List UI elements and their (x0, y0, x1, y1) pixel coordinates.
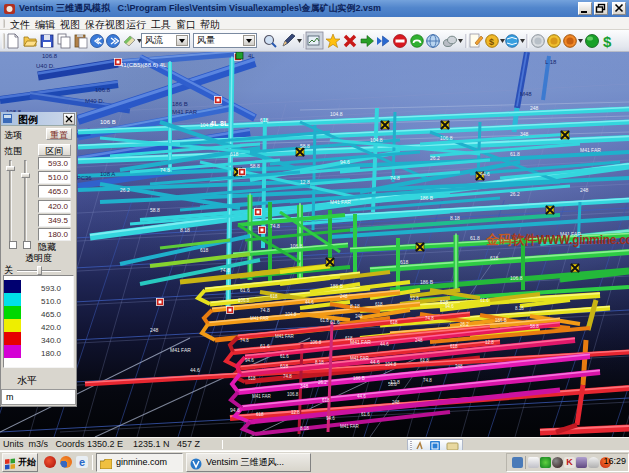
svg-text:M41 FAR: M41 FAR (172, 109, 198, 115)
svg-text:618: 618 (270, 294, 278, 299)
svg-text:44.6: 44.6 (370, 359, 380, 365)
svg-text:106.8: 106.8 (290, 243, 303, 249)
svg-text:M41 FAR: M41 FAR (330, 199, 351, 205)
svg-text:61.6: 61.6 (240, 287, 250, 293)
svg-text:M41 FAR: M41 FAR (250, 316, 270, 321)
svg-text:74.8: 74.8 (160, 167, 170, 173)
svg-text:94.6: 94.6 (340, 159, 350, 165)
svg-text:M41 FAR: M41 FAR (275, 334, 295, 339)
svg-text:186 B: 186 B (330, 283, 344, 289)
svg-text:58.8: 58.8 (300, 143, 310, 149)
svg-text:348: 348 (520, 131, 529, 137)
svg-text:12.8: 12.8 (485, 340, 494, 345)
svg-text:44.6: 44.6 (190, 367, 200, 373)
svg-text:M41 FAR: M41 FAR (340, 424, 360, 429)
svg-text:金码软件WWW.ginmine.com: 金码软件WWW.ginmine.com (485, 232, 629, 247)
svg-text:8.18: 8.18 (350, 303, 360, 309)
svg-text:61.6: 61.6 (280, 354, 289, 359)
svg-text:26.2: 26.2 (510, 191, 520, 197)
svg-text:74.8: 74.8 (283, 374, 292, 379)
svg-text:94.6: 94.6 (245, 358, 254, 363)
svg-text:12.8: 12.8 (410, 296, 419, 301)
svg-text:348: 348 (300, 383, 309, 389)
svg-text:8.18: 8.18 (315, 360, 324, 365)
svg-text:58.8: 58.8 (530, 324, 539, 329)
svg-text:186 B: 186 B (172, 101, 188, 107)
svg-text:618: 618 (450, 344, 458, 349)
svg-text:618: 618 (322, 398, 330, 403)
svg-text:106.8: 106.8 (310, 340, 322, 345)
svg-text:104.8: 104.8 (285, 312, 297, 317)
svg-text:M41 FAR: M41 FAR (252, 394, 272, 399)
svg-text:248: 248 (340, 294, 348, 299)
svg-text:618: 618 (280, 363, 289, 369)
svg-text:104.8: 104.8 (330, 111, 343, 117)
svg-text:618: 618 (390, 320, 398, 325)
svg-text:186 B: 186 B (495, 318, 507, 323)
svg-text:M48: M48 (520, 91, 532, 97)
svg-text:186 B: 186 B (353, 376, 365, 381)
svg-text:104.8: 104.8 (200, 122, 213, 128)
svg-text:618: 618 (400, 259, 409, 265)
svg-text:106.8: 106.8 (510, 275, 523, 281)
svg-text:74.8: 74.8 (423, 378, 432, 383)
svg-text:26.2: 26.2 (120, 187, 130, 193)
svg-text:106.8: 106.8 (287, 392, 299, 397)
svg-text:U40 D.: U40 D. (36, 63, 55, 69)
svg-text:61.6: 61.6 (330, 319, 340, 325)
svg-text:248: 248 (530, 105, 539, 111)
svg-text:94.6: 94.6 (230, 407, 240, 413)
svg-text:12.8: 12.8 (291, 410, 300, 415)
svg-text:M40 D.: M40 D. (85, 98, 105, 104)
svg-text:618: 618 (345, 336, 353, 341)
svg-text:618: 618 (375, 302, 383, 307)
svg-text:106.8: 106.8 (440, 135, 453, 141)
svg-text:61.6: 61.6 (480, 298, 489, 303)
svg-text:26.2: 26.2 (430, 155, 440, 161)
svg-text:94.6: 94.6 (445, 304, 454, 309)
svg-text:M41 FAR: M41 FAR (170, 347, 191, 353)
svg-text:61.8: 61.8 (510, 151, 520, 157)
svg-text:44.6: 44.6 (380, 342, 389, 347)
svg-text:8.18: 8.18 (515, 306, 524, 311)
svg-text:M41 FAR: M41 FAR (350, 339, 371, 345)
svg-text:108 A: 108 A (100, 171, 115, 177)
svg-text:248: 248 (580, 187, 589, 193)
svg-text:618: 618 (256, 412, 264, 417)
svg-text:74.8: 74.8 (425, 316, 434, 321)
svg-text:104.8: 104.8 (385, 362, 397, 367)
svg-text:58.8: 58.8 (388, 382, 397, 387)
svg-text:106.8: 106.8 (95, 87, 111, 93)
svg-text:104.8: 104.8 (370, 137, 383, 143)
svg-text:8.18: 8.18 (180, 227, 190, 233)
svg-text:61.8: 61.8 (420, 358, 429, 363)
svg-text:618: 618 (230, 151, 239, 157)
svg-text:94.6: 94.6 (326, 416, 335, 421)
svg-text:4L: 4L (248, 53, 255, 59)
svg-text:44.6: 44.6 (305, 300, 314, 305)
svg-text:L 18: L 18 (545, 59, 557, 65)
svg-text:61.8: 61.8 (320, 318, 329, 323)
svg-text:26.2: 26.2 (460, 322, 469, 327)
svg-text:44.6: 44.6 (357, 394, 366, 399)
svg-text:61.8: 61.8 (470, 235, 480, 241)
svg-text:74.8: 74.8 (390, 175, 400, 181)
svg-text:74.8: 74.8 (220, 267, 230, 273)
svg-text:4L 8L: 4L 8L (210, 120, 229, 127)
svg-text:58.8: 58.8 (250, 163, 260, 169)
svg-text:61.6: 61.6 (361, 412, 370, 417)
svg-text:106.8: 106.8 (42, 53, 58, 59)
svg-text:58.8: 58.8 (150, 207, 160, 213)
svg-text:248: 248 (150, 327, 159, 333)
svg-text:M41 FAR: M41 FAR (350, 356, 370, 361)
svg-text:$: $ (603, 33, 612, 50)
svg-text:8.18: 8.18 (450, 215, 460, 221)
svg-text:618: 618 (248, 376, 256, 381)
svg-text:106.8: 106.8 (238, 298, 250, 303)
svg-text:74.8: 74.8 (240, 338, 249, 343)
svg-text:618: 618 (260, 117, 269, 123)
svg-text:74.8: 74.8 (260, 307, 270, 313)
svg-text:41(CB5)(88.6) 4L: 41(CB5)(88.6) 4L (120, 62, 167, 68)
svg-text:M41 FAR: M41 FAR (580, 147, 601, 153)
svg-text:106 B: 106 B (100, 119, 116, 125)
